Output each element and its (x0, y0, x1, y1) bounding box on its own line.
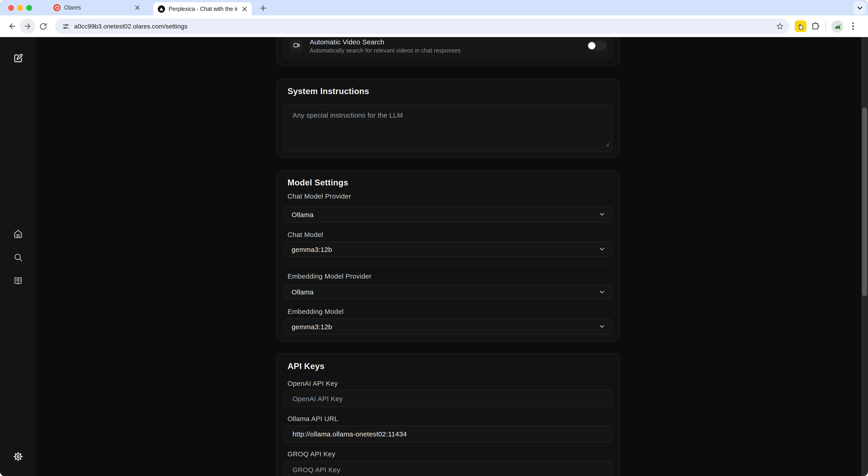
address-bar[interactable]: a0cc99b3.onetest02.olares.com/settings (55, 19, 789, 34)
field-label: GROQ API Key (287, 450, 336, 458)
card-api-keys: API Keys OpenAI API Key Ollama API URL G… (276, 353, 620, 476)
tab-perplexica[interactable]: Perplexica - Chat with the int (153, 2, 252, 16)
field-label: Embedding Model (287, 307, 344, 315)
tab-close-icon[interactable] (241, 5, 248, 12)
field-label: Chat Model (287, 231, 323, 238)
openai-api-key-input[interactable] (284, 390, 612, 407)
open-book-icon (13, 275, 24, 286)
tab-olares[interactable]: Olares (49, 0, 145, 16)
card-title: API Keys (287, 361, 324, 371)
select-value: gemma3:12b (291, 323, 599, 330)
setting-row-video-search: Automatic Video Search Automatically sea… (283, 37, 613, 59)
tab-title: Olares (64, 4, 130, 11)
bookmark-star-icon[interactable] (776, 22, 784, 30)
back-button[interactable] (4, 19, 20, 34)
text-input[interactable] (291, 465, 604, 474)
tab-close-icon[interactable] (134, 4, 141, 11)
app-sidebar (0, 37, 36, 476)
video-camera-icon (293, 41, 300, 49)
embedding-model-provider-select[interactable]: Ollama (284, 285, 612, 299)
select-value: Ollama (291, 210, 599, 218)
sidebar-item-discover[interactable] (13, 252, 24, 263)
text-input[interactable] (291, 394, 604, 403)
app-content: Automatic Video Search Automatically sea… (0, 37, 868, 476)
field-label: Chat Model Provider (287, 192, 351, 200)
text-input[interactable] (291, 429, 604, 438)
setting-description: Automatically search for relevant videos… (310, 48, 461, 54)
perplexica-favicon-icon (158, 5, 165, 12)
card-system-instructions: System Instructions Any special instruct… (276, 79, 620, 158)
chevron-down-icon (599, 290, 604, 294)
profile-avatar[interactable] (831, 20, 844, 32)
card-video-search: Automatic Video Search Automatically sea… (276, 37, 620, 66)
browser-menu-kebab-icon[interactable] (848, 21, 859, 32)
select-value: gemma3:12b (291, 245, 599, 253)
section-divider (284, 265, 612, 266)
card-title: System Instructions (287, 86, 369, 96)
groq-api-key-input[interactable] (284, 461, 612, 476)
llama-extension-icon[interactable] (795, 20, 807, 32)
chat-model-provider-select[interactable]: Ollama (284, 206, 612, 222)
browser-toolbar: a0cc99b3.onetest02.olares.com/settings (0, 16, 868, 37)
scrollbar-track[interactable] (861, 37, 868, 476)
sidebar-item-library[interactable] (13, 275, 24, 286)
chevron-down-icon (857, 5, 863, 11)
minimize-window-button[interactable] (17, 5, 23, 11)
card-title: Model Settings (287, 178, 348, 188)
card-model-settings: Model Settings Chat Model Provider Ollam… (276, 170, 620, 342)
sidebar-item-settings[interactable] (13, 451, 24, 462)
site-controls-icon[interactable] (62, 22, 70, 30)
embedding-model-select[interactable]: gemma3:12b (284, 318, 612, 335)
gear-icon (13, 451, 24, 462)
chat-model-select[interactable]: gemma3:12b (284, 241, 612, 257)
forward-button[interactable] (20, 19, 35, 34)
search-icon (13, 252, 23, 263)
video-search-toggle[interactable] (587, 41, 607, 51)
system-instructions-textarea[interactable]: Any special instructions for the LLM (284, 104, 612, 151)
home-icon (13, 228, 24, 239)
field-label: Ollama API URL (287, 415, 338, 422)
chevron-down-icon (599, 247, 604, 251)
scrollbar-thumb[interactable] (862, 108, 867, 296)
video-icon-box (290, 39, 303, 52)
url-text[interactable]: a0cc99b3.onetest02.olares.com/settings (74, 23, 776, 30)
extensions-puzzle-icon[interactable] (811, 22, 820, 31)
olares-favicon-icon (53, 4, 61, 11)
stage: Olares Perplexica - Chat with the int (0, 0, 868, 476)
browser-window: Olares Perplexica - Chat with the int (0, 0, 868, 476)
new-chat-button[interactable] (13, 53, 24, 64)
reload-button[interactable] (35, 19, 51, 34)
tab-search-button[interactable] (853, 1, 866, 14)
zoom-window-button[interactable] (26, 5, 32, 11)
sidebar-item-home[interactable] (13, 228, 24, 239)
field-label: OpenAI API Key (287, 380, 338, 387)
chevron-down-icon (599, 213, 604, 216)
toggle-knob (588, 42, 595, 49)
field-label: Embedding Model Provider (287, 272, 371, 280)
new-tab-button[interactable] (258, 3, 269, 13)
select-value: Ollama (291, 288, 599, 296)
tab-title: Perplexica - Chat with the int (168, 6, 237, 12)
toolbar-icons (795, 20, 859, 32)
ollama-api-url-input[interactable] (284, 425, 612, 442)
textarea-placeholder: Any special instructions for the LLM (292, 111, 403, 119)
setting-title: Automatic Video Search (310, 38, 384, 46)
tab-strip: Olares Perplexica - Chat with the int (0, 0, 868, 16)
resize-handle-icon[interactable] (605, 141, 610, 149)
window-controls (8, 5, 32, 11)
settings-page: Automatic Video Search Automatically sea… (36, 37, 868, 476)
compose-icon (13, 53, 24, 64)
toolbar-separator (826, 21, 826, 31)
chevron-down-icon (599, 325, 604, 328)
close-window-button[interactable] (8, 5, 14, 11)
